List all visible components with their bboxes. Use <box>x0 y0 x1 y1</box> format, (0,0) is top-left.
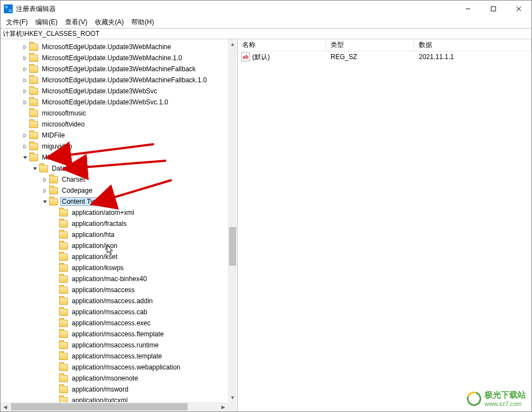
menu-edit[interactable]: 编辑(E) <box>32 17 61 28</box>
menu-view[interactable]: 查看(V) <box>62 17 91 28</box>
tree-item[interactable]: application/msonenote <box>1 373 228 384</box>
tree-item[interactable]: microsoftmusic <box>1 108 228 119</box>
tree-item[interactable]: MicrosoftEdgeUpdate.Update3WebMachine <box>1 41 228 52</box>
tree-item[interactable]: Database <box>1 163 228 174</box>
tree-horizontal-scrollbar[interactable]: ◀ ▶ <box>1 402 228 411</box>
expander-closed-icon[interactable] <box>20 76 29 84</box>
tree-item-label: application/msaccess.cab <box>70 308 149 316</box>
folder-icon <box>59 375 68 382</box>
tree-item[interactable]: MicrosoftEdgeUpdate.Update3WebMachine.1.… <box>1 52 228 64</box>
expander-closed-icon[interactable] <box>20 142 29 151</box>
expander-none <box>50 385 59 394</box>
tree-item[interactable]: application/kswps <box>1 262 228 273</box>
scroll-left-icon[interactable]: ◀ <box>1 404 10 410</box>
tree-item-label: MicrosoftEdgeUpdate.Update3WebMachine.1.… <box>40 54 184 62</box>
maximize-button[interactable] <box>481 1 506 17</box>
tree-item-label: application/msaccess.runtime <box>70 341 160 350</box>
scroll-thumb-h[interactable] <box>11 403 188 410</box>
folder-icon <box>59 353 68 360</box>
expander-none <box>50 252 59 261</box>
expander-none <box>50 263 59 272</box>
tree-item[interactable]: Codepage <box>1 185 228 196</box>
tree-item[interactable]: Charset <box>1 174 228 185</box>
tree-item[interactable]: application/atom+xml <box>1 207 228 218</box>
tree-item[interactable]: miguvideo <box>1 141 228 152</box>
expander-closed-icon[interactable] <box>20 87 29 96</box>
tree-item[interactable]: application/mac-binhex40 <box>1 273 228 284</box>
expander-closed-icon[interactable] <box>40 175 49 184</box>
expander-closed-icon[interactable] <box>40 186 49 195</box>
tree-item[interactable]: microsoftvideo <box>1 119 228 130</box>
scroll-up-icon[interactable]: ▲ <box>228 39 237 49</box>
tree-item[interactable]: MicrosoftEdgeUpdate.Update3WebMachineFal… <box>1 75 228 86</box>
minimize-button[interactable] <box>455 1 481 17</box>
menu-help[interactable]: 帮助(H) <box>128 17 157 28</box>
tree-item[interactable]: application/msword <box>1 384 228 395</box>
folder-icon <box>39 165 48 172</box>
expander-none <box>20 109 29 118</box>
tree-item[interactable]: application/json <box>1 240 228 251</box>
tree-item[interactable]: application/msaccess.webapplication <box>1 362 228 373</box>
expander-closed-icon[interactable] <box>20 43 29 51</box>
folder-icon <box>29 143 38 150</box>
address-bar[interactable]: 计算机\HKEY_CLASSES_ROOT <box>1 28 531 39</box>
tree-item[interactable]: application/msaccess.template <box>1 351 228 362</box>
tree-item[interactable]: application/msaccess.exec <box>1 318 228 329</box>
tree-item[interactable]: application/msaccess.cab <box>1 307 228 318</box>
folder-icon <box>59 309 68 316</box>
expander-none <box>50 230 59 239</box>
tree-item[interactable]: application/msaccess <box>1 284 228 295</box>
folder-icon <box>59 276 68 283</box>
tree-item-label: application/msaccess.template <box>70 352 163 361</box>
scroll-thumb[interactable] <box>229 227 236 266</box>
string-value-icon: ab <box>241 52 250 61</box>
tree-item-label: Database <box>50 164 82 173</box>
tree-item[interactable]: MIDFile <box>1 130 228 141</box>
tree-item[interactable]: MicrosoftEdgeUpdate.Update3WebMachineFal… <box>1 64 228 75</box>
folder-icon <box>59 253 68 261</box>
registry-tree[interactable]: MicrosoftEdgeUpdate.Update3WebMachineMic… <box>1 39 228 402</box>
expander-closed-icon[interactable] <box>20 54 29 62</box>
expander-open-icon[interactable] <box>20 153 29 162</box>
menu-file[interactable]: 文件(F) <box>3 17 31 28</box>
scroll-right-icon[interactable]: ▶ <box>219 404 228 410</box>
menu-favorites[interactable]: 收藏夹(A) <box>92 17 127 28</box>
col-name[interactable]: 名称 <box>238 39 326 51</box>
watermark-url: www.xz7.com <box>485 400 526 407</box>
list-body[interactable]: ab (默认) REG_SZ 2021.11.1.1 <box>238 51 531 411</box>
tree-item[interactable]: MicrosoftEdgeUpdate.Update3WebSvc <box>1 86 228 97</box>
tree-item[interactable]: MicrosoftEdgeUpdate.Update3WebSvc.1.0 <box>1 97 228 108</box>
tree-item[interactable]: application/kset <box>1 251 228 262</box>
folder-icon <box>59 342 68 349</box>
expander-none <box>50 241 59 250</box>
expander-closed-icon[interactable] <box>20 98 29 107</box>
col-data[interactable]: 数据 <box>414 39 531 51</box>
expander-closed-icon[interactable] <box>20 131 29 140</box>
tree-item-label: application/mac-binhex40 <box>70 274 148 283</box>
tree-item[interactable]: Content Type <box>1 196 228 207</box>
expander-open-icon[interactable] <box>30 164 39 173</box>
tree-item[interactable]: application/nxtcxml <box>1 395 228 402</box>
expander-closed-icon[interactable] <box>20 65 29 73</box>
tree-item[interactable]: application/msaccess.addin <box>1 295 228 307</box>
scroll-down-icon[interactable]: ▼ <box>228 393 237 402</box>
tree-vertical-scrollbar[interactable]: ▲ ▼ <box>228 39 237 402</box>
tree-item[interactable]: MIME <box>1 152 228 163</box>
tree-item-label: microsoftmusic <box>40 109 88 118</box>
watermark: 极光下载站 www.xz7.com <box>467 390 526 407</box>
tree-item[interactable]: application/msaccess.ftemplate <box>1 329 228 340</box>
value-type: REG_SZ <box>326 53 414 61</box>
folder-icon <box>29 121 38 128</box>
tree-item[interactable]: application/hta <box>1 229 228 240</box>
tree-item-label: application/hta <box>70 230 116 239</box>
tree-item[interactable]: application/msaccess.runtime <box>1 340 228 351</box>
tree-item-label: Charset <box>60 175 87 184</box>
expander-none <box>50 352 59 361</box>
col-type[interactable]: 类型 <box>326 39 414 51</box>
folder-icon <box>59 231 68 239</box>
close-button[interactable] <box>506 1 531 17</box>
expander-open-icon[interactable] <box>40 197 49 206</box>
tree-item[interactable]: application/fractals <box>1 218 228 229</box>
list-row[interactable]: ab (默认) REG_SZ 2021.11.1.1 <box>238 51 531 62</box>
folder-icon <box>59 386 68 393</box>
